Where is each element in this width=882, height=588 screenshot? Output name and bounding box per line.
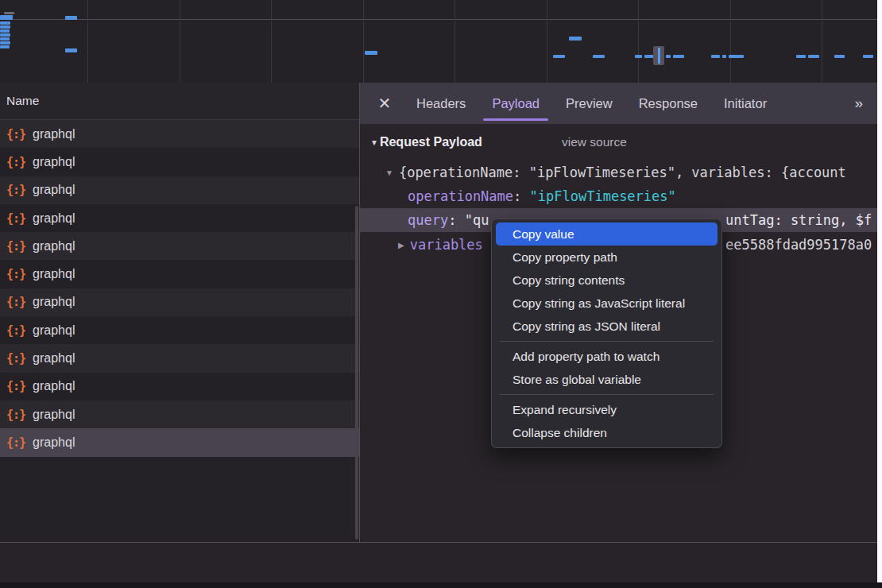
waterfall-bar	[593, 55, 605, 58]
overview-gridline	[271, 0, 272, 83]
menu-item-copy-string-as-javascript-literal[interactable]: Copy string as JavaScript literal	[496, 292, 718, 315]
menu-item-add-property-path-to-watch[interactable]: Add property path to watch	[496, 345, 718, 368]
waterfall-bar	[0, 45, 10, 48]
overview-gridline	[180, 0, 180, 83]
request-row[interactable]: {:}graphql	[0, 232, 359, 260]
more-tabs-icon[interactable]: »	[854, 95, 861, 112]
json-fetch-icon: {:}	[6, 323, 25, 338]
json-fetch-icon: {:}	[6, 379, 25, 393]
overview-gridline	[822, 0, 822, 83]
request-name-label: graphql	[33, 435, 75, 450]
request-row[interactable]: {:}graphql	[0, 260, 359, 288]
property-value-fragment: "qu	[465, 212, 489, 228]
json-fetch-icon: {:}	[6, 435, 25, 450]
request-row[interactable]: {:}graphql	[0, 204, 359, 232]
context-menu: Copy valueCopy property pathCopy string …	[491, 219, 722, 448]
menu-item-copy-value[interactable]: Copy value	[496, 222, 718, 246]
window-bottom-edge	[0, 582, 882, 588]
details-tab-bar: ✕ HeadersPayloadPreviewResponseInitiator…	[360, 83, 877, 124]
menu-separator	[500, 341, 714, 342]
waterfall-bar	[673, 55, 684, 58]
tab-preview[interactable]: Preview	[554, 83, 625, 124]
overview-gridline	[730, 0, 731, 83]
overview-gridline	[455, 0, 455, 83]
overview-hover-marker-line	[658, 48, 660, 64]
request-row[interactable]: {:}graphql	[0, 316, 359, 344]
network-overview-timeline[interactable]	[0, 0, 877, 83]
menu-item-copy-string-contents[interactable]: Copy string contents	[496, 269, 718, 292]
waterfall-bar	[4, 12, 14, 14]
colon: :	[513, 188, 529, 204]
menu-item-expand-recursively[interactable]: Expand recursively	[496, 398, 718, 421]
json-fetch-icon: {:}	[6, 351, 25, 366]
property-key: operationName	[408, 188, 513, 204]
overview-gridline	[363, 0, 364, 83]
status-footer	[0, 543, 877, 582]
waterfall-bar	[0, 41, 10, 44]
request-row[interactable]: {:}graphql	[0, 428, 359, 456]
request-row[interactable]: {:}graphql	[0, 120, 359, 148]
json-fetch-icon: {:}	[6, 127, 25, 141]
request-row[interactable]: {:}graphql	[0, 148, 359, 176]
tab-response[interactable]: Response	[627, 83, 710, 124]
collapse-triangle-icon[interactable]: ▼	[370, 138, 378, 147]
devtools-window: Name {:}graphql{:}graphql{:}graphql{:}gr…	[0, 0, 882, 588]
waterfall-bar	[863, 55, 873, 58]
variables-row-clipped-text: ee5588fdad995178a0	[725, 233, 872, 257]
payload-root-preview: {operationName: "ipFlowTimeseries", vari…	[399, 164, 846, 180]
payload-root-row[interactable]: ▼ {operationName: "ipFlowTimeseries", va…	[385, 161, 846, 184]
waterfall-bar	[0, 15, 13, 20]
tab-headers[interactable]: Headers	[404, 83, 478, 124]
menu-item-copy-string-as-json-literal[interactable]: Copy string as JSON literal	[496, 315, 718, 338]
request-row[interactable]: {:}graphql	[0, 176, 359, 204]
property-value-fragment: untTag: string, $f	[725, 212, 872, 228]
waterfall-bar	[65, 48, 77, 52]
query-row[interactable]: query: "qu	[408, 208, 489, 232]
json-fetch-icon: {:}	[6, 211, 25, 226]
tab-payload[interactable]: Payload	[480, 83, 551, 124]
menu-separator	[500, 394, 714, 395]
menu-item-store-as-global-variable[interactable]: Store as global variable	[496, 368, 718, 391]
waterfall-bar	[0, 33, 10, 37]
request-name-label: graphql	[33, 239, 75, 253]
waterfall-bar	[666, 55, 671, 58]
list-scrollbar-thumb[interactable]	[355, 206, 358, 540]
request-name-label: graphql	[33, 351, 75, 366]
json-fetch-icon: {:}	[6, 295, 25, 309]
close-icon[interactable]: ✕	[373, 94, 397, 113]
view-source-link[interactable]: view source	[562, 131, 627, 153]
menu-item-copy-property-path[interactable]: Copy property path	[496, 246, 718, 269]
waterfall-bar	[0, 25, 10, 29]
overview-gridline	[638, 0, 639, 83]
json-fetch-icon: {:}	[6, 155, 25, 169]
variables-row[interactable]: ▶ variables	[398, 233, 483, 257]
query-row-clipped-text: untTag: string, $f	[725, 208, 872, 232]
json-fetch-icon: {:}	[6, 408, 25, 422]
waterfall-bar	[553, 55, 565, 58]
property-key: query	[408, 212, 448, 228]
request-row[interactable]: {:}graphql	[0, 400, 359, 428]
request-payload-section-header[interactable]: ▼ Request Payload	[370, 131, 482, 153]
colon: :	[448, 212, 464, 228]
request-row[interactable]: {:}graphql	[0, 344, 359, 372]
request-list-panel: Name {:}graphql{:}graphql{:}graphql{:}gr…	[0, 83, 359, 542]
request-row[interactable]: {:}graphql	[0, 288, 359, 316]
page-background-edge	[877, 0, 882, 582]
request-name-label: graphql	[33, 323, 75, 338]
expand-triangle-icon[interactable]: ▶	[398, 241, 404, 250]
name-column-header[interactable]: Name	[0, 83, 359, 120]
overview-horizontal-gridline	[0, 19, 877, 20]
request-name-label: graphql	[33, 267, 75, 281]
waterfall-bar	[711, 55, 720, 58]
tab-initiator[interactable]: Initiator	[712, 83, 779, 124]
waterfall-bar	[65, 16, 77, 20]
request-name-label: graphql	[33, 127, 75, 141]
json-fetch-icon: {:}	[6, 267, 25, 281]
overview-gridline	[87, 0, 88, 83]
operation-name-row[interactable]: operationName: "ipFlowTimeseries"	[408, 184, 676, 208]
request-row[interactable]: {:}graphql	[0, 373, 359, 400]
waterfall-bar	[0, 37, 10, 41]
request-name-label: graphql	[33, 295, 75, 309]
menu-item-collapse-children[interactable]: Collapse children	[496, 421, 718, 444]
expand-triangle-icon[interactable]: ▼	[385, 168, 393, 177]
